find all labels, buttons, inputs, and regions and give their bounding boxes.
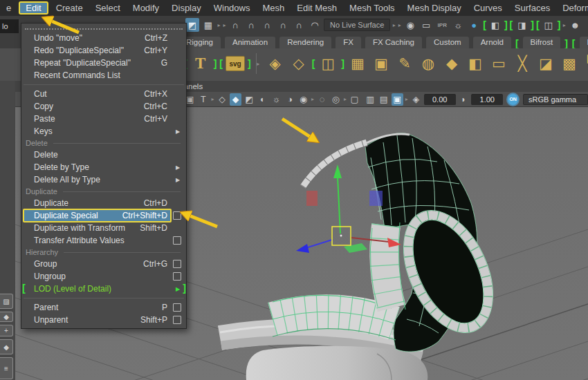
menu-item-lod-level-of-detail[interactable]: LOD (Level of Detail)▶[] xyxy=(21,283,186,295)
separate-icon[interactable]: ◇ xyxy=(288,52,309,75)
menu-deform[interactable]: Deform xyxy=(556,1,588,15)
wireframe-display-icon[interactable]: ◇ xyxy=(217,93,228,106)
menu-mesh[interactable]: Mesh xyxy=(256,1,291,15)
render-current-frame-icon[interactable]: ▭ xyxy=(419,18,433,32)
collapse-divider[interactable]: ▸ xyxy=(562,19,566,31)
shelf-tab-bifrost[interactable]: Bifrost xyxy=(523,37,561,48)
menu-item-group[interactable]: GroupCtrl+G xyxy=(21,258,186,270)
menu-surfaces[interactable]: Surfaces xyxy=(508,1,556,15)
combine-icon[interactable]: ◈ xyxy=(265,52,286,75)
shelf-tab-custom[interactable]: Custom xyxy=(426,37,469,48)
gamma-on-toggle[interactable]: ON xyxy=(508,94,518,105)
paint-effects-icon[interactable]: ◧ xyxy=(488,18,502,32)
collapse-divider[interactable]: ▸ xyxy=(398,19,401,31)
select-by-component-icon[interactable]: ▦ xyxy=(201,18,215,32)
xray-joints-icon[interactable]: ◎ xyxy=(330,93,342,106)
colorspace-dropdown[interactable]: sRGB gamma xyxy=(523,94,588,105)
menu-item-repeat-duplicatespecial[interactable]: Repeat "DuplicateSpecial"G xyxy=(21,57,186,69)
collapse-divider[interactable]: ▸ xyxy=(344,93,347,106)
multi-cut-icon[interactable]: ✎ xyxy=(394,52,415,75)
menu-item-recent-commands-list[interactable]: Recent Commands List xyxy=(21,69,186,82)
textured-display-icon[interactable]: ◩ xyxy=(244,93,255,106)
menu-item-cut[interactable]: CutCtrl+X xyxy=(21,88,186,100)
toon-shader-icon[interactable]: ◨ xyxy=(515,18,529,32)
option-box[interactable] xyxy=(173,236,181,245)
lattice-icon[interactable]: ▩ xyxy=(559,52,580,75)
type-tool-icon[interactable]: T xyxy=(190,52,211,75)
exposure-field[interactable]: 0.00 xyxy=(424,94,456,105)
menu-item-paste[interactable]: PasteCtrl+V xyxy=(21,113,186,125)
poly-cylinder-icon[interactable]: ◍ xyxy=(418,52,439,75)
snap-to-grid-icon[interactable]: ∩ xyxy=(228,18,242,32)
menu-edit-mesh[interactable]: Edit Mesh xyxy=(291,1,343,15)
menu-select[interactable]: Select xyxy=(89,1,127,15)
select-by-hierarchy-icon[interactable]: ◩ xyxy=(185,18,199,32)
collapse-divider[interactable]: ▸ xyxy=(392,19,396,31)
isolate-select-icon[interactable]: ▥ xyxy=(365,93,376,106)
quad-draw-icon[interactable]: ◆ xyxy=(441,52,462,75)
sculpt-icon[interactable]: ◪ xyxy=(535,52,556,75)
snap-to-view-plane-icon[interactable]: ∩ xyxy=(292,18,306,32)
mirror-icon[interactable]: ◫ xyxy=(318,52,338,75)
make-live-icon[interactable]: ◠ xyxy=(308,18,322,32)
menu-item-duplicate[interactable]: DuplicateCtrl+D xyxy=(21,197,186,209)
snap-to-point-icon[interactable]: ∩ xyxy=(260,18,274,32)
collapse-divider[interactable]: ▸ xyxy=(311,93,315,106)
menu-mesh-display[interactable]: Mesh Display xyxy=(401,1,468,15)
layout-stacked-button[interactable]: ≡ xyxy=(0,357,13,379)
render-view-icon[interactable]: ◉ xyxy=(403,18,417,32)
option-box[interactable] xyxy=(173,260,181,268)
user-account-icon[interactable]: ☻ xyxy=(568,18,582,32)
gamma-icon[interactable]: ◗ xyxy=(458,93,470,106)
menu-item-transfer-attribute-values[interactable]: Transfer Attribute Values xyxy=(21,234,186,247)
snap-to-projected-center-icon[interactable]: ∩ xyxy=(276,18,290,32)
shelf-tab-mash[interactable]: MASH xyxy=(580,37,588,48)
materials-display-icon[interactable]: ◐ xyxy=(257,93,269,106)
layout-add-button[interactable]: + xyxy=(0,325,13,336)
menu-item-ungroup[interactable]: Ungroup xyxy=(21,270,186,283)
shelf-tab-fx[interactable]: FX xyxy=(336,37,361,48)
shelf-tab-arnold[interactable]: Arnold xyxy=(473,37,511,48)
boolean-icon[interactable]: ▚ xyxy=(582,52,588,75)
snap-to-curve-icon[interactable]: ∩ xyxy=(244,18,258,32)
menu-windows[interactable]: Windows xyxy=(208,1,257,15)
menu-item-keys[interactable]: Keys▶ xyxy=(21,125,186,137)
collapse-divider[interactable]: ▸ xyxy=(256,53,260,74)
menu-item-duplicate-with-transform[interactable]: Duplicate with TransformShift+D xyxy=(21,222,186,234)
gamma-field[interactable]: 1.00 xyxy=(471,94,503,105)
render-settings-icon[interactable]: ☼ xyxy=(451,18,465,32)
menu-item-delete-by-type[interactable]: Delete by Type▶ xyxy=(21,161,186,173)
menu-item-delete[interactable]: Delete xyxy=(21,149,186,161)
collapse-divider[interactable]: ▸ xyxy=(405,93,409,106)
exposure-icon[interactable]: ◈ xyxy=(410,93,422,106)
layout-single-pane-button[interactable]: ▨ xyxy=(0,294,13,309)
shelf-tab-rendering[interactable]: Rendering xyxy=(279,37,331,48)
ambient-occlusion-icon[interactable]: ◉ xyxy=(297,93,309,106)
camera-select-icon[interactable]: ▢ xyxy=(349,93,360,106)
option-box[interactable] xyxy=(173,316,181,324)
knife-icon[interactable]: ╳ xyxy=(512,52,533,75)
collapse-divider[interactable]: ▸ xyxy=(217,19,221,31)
live-surface-field[interactable]: No Live Surface xyxy=(324,19,390,31)
menu-curves[interactable]: Curves xyxy=(468,1,508,15)
edge-loop-icon[interactable]: ▭ xyxy=(488,52,509,75)
collapse-divider[interactable]: ▸ xyxy=(223,19,226,31)
option-box[interactable] xyxy=(173,303,181,312)
menu-modify[interactable]: Modify xyxy=(127,1,165,15)
menu-item-redo-duplicatespecial[interactable]: Redo "DuplicateSpecial"Ctrl+Y xyxy=(21,44,186,57)
ipr-render-icon[interactable]: IPR xyxy=(435,18,449,32)
menu-mesh-tools[interactable]: Mesh Tools xyxy=(343,1,401,15)
option-box[interactable] xyxy=(173,211,181,220)
bevel-icon[interactable]: ◧ xyxy=(465,52,486,75)
isolate-view-icon[interactable]: ▣ xyxy=(392,93,403,106)
menu-item-delete-all-by-type[interactable]: Delete All by Type▶ xyxy=(21,173,186,186)
layout-four-pane-button[interactable]: ◆ xyxy=(0,312,13,322)
grid-fill-icon[interactable]: ▦ xyxy=(347,52,368,75)
shadows-display-icon[interactable]: ◑ xyxy=(284,93,296,106)
menu-create[interactable]: Create xyxy=(50,1,89,15)
menu-display[interactable]: Display xyxy=(165,1,208,15)
collapse-divider[interactable]: ▸ xyxy=(211,93,214,106)
menu-item-copy[interactable]: CopyCtrl+C xyxy=(21,100,186,113)
menu-edit[interactable]: Edit xyxy=(19,1,48,15)
menu-item-unparent[interactable]: UnparentShift+P xyxy=(21,314,186,326)
